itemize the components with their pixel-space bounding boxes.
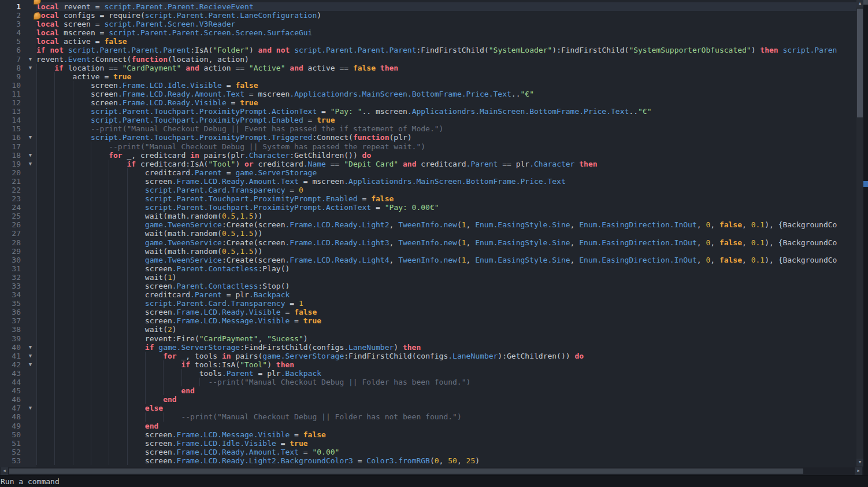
line-number: 35 [0,299,24,308]
code-line[interactable]: 10screen.Frame.LCD.Idle.Visible = false [0,81,856,90]
code-line[interactable]: 34creditcard.Parent = plr.Backpack [0,290,856,299]
fold-spacer [24,273,36,282]
code-line[interactable]: 38wait(2) [0,325,856,334]
scroll-up-arrow-icon[interactable]: ▲ [856,0,863,8]
scroll-down-arrow-icon[interactable]: ▼ [856,459,863,466]
code-line[interactable]: 39revent:Fire("CardPayment", "Sucess") [0,334,856,343]
fold-chevron-down-icon[interactable]: ▼ [24,352,36,360]
code-line[interactable]: 9active = true [0,72,856,81]
horizontal-scrollbar[interactable]: ◀ ▶ [0,467,863,475]
code-line[interactable]: 35script.Parent.Card.Transparency = 1 [0,299,856,308]
code-line[interactable]: 21screen.Frame.LCD.Ready.Amount.Text = m… [0,177,856,186]
code-line[interactable]: 15--print("Manual Checkout Debug || Even… [0,124,856,133]
code-line[interactable]: 14script.Parent.Touchpart.ProximityPromp… [0,116,856,124]
code-line[interactable]: 24script.Parent.Touchpart.ProximityPromp… [0,203,856,212]
scroll-right-arrow-icon[interactable]: ▶ [855,467,862,475]
code-line[interactable]: 16▼script.Parent.Touchpart.ProximityProm… [0,133,856,142]
code-line[interactable]: 22script.Parent.Card.Transparency = 0 [0,186,856,194]
code-text: revent:Fire("CardPayment", "Sucess") [36,334,856,343]
code-line[interactable]: 13script.Parent.Touchpart.ProximityPromp… [0,107,856,116]
code-line[interactable]: 29wait(math.random(0.5,1.5)) [0,247,856,256]
code-text: screen.Frame.LCD.Message.Visible = false [36,430,856,439]
code-line[interactable]: 36screen.Frame.LCD.Ready.Visible = false [0,308,856,316]
line-number: 47 [0,404,24,412]
command-bar[interactable]: Run a command [0,475,868,487]
code-line[interactable]: 41▼for _, tools in pairs(game.ServerStor… [0,352,856,360]
fold-chevron-down-icon[interactable]: ▼ [24,343,36,352]
fold-chevron-down-icon[interactable]: ▼ [24,360,36,369]
code-line[interactable]: 23script.Parent.Touchpart.ProximityPromp… [0,194,856,203]
code-line[interactable]: 27wait(math.random(0.5,1.5)) [0,229,856,238]
code-text: wait(1) [36,273,856,282]
bookmark-pin-icon[interactable] [34,12,41,20]
code-line[interactable]: 28game.TweenService:Create(screen.Frame.… [0,238,856,247]
code-line[interactable]: 2local configs = require(script.Parent.P… [0,11,856,20]
code-text: active = true [36,72,856,81]
indent-guides [36,107,91,116]
code-line[interactable]: 18▼for _, creditcard in pairs(plr.Charac… [0,151,856,160]
code-line[interactable]: 3local screen = script.Parent.Screen.V3R… [0,20,856,28]
code-line[interactable]: 5local active = false [0,37,856,46]
line-number: 43 [0,369,24,378]
code-editor[interactable]: 1local revent = script.Parent.Parent.Rec… [0,0,856,467]
code-text: script.Parent.Touchpart.ProximityPrompt.… [36,194,856,203]
fold-spacer [24,98,36,107]
indent-guides [36,220,145,229]
vertical-scrollbar-thumb[interactable] [857,9,863,117]
code-line[interactable]: 6if not script.Parent.Parent.Parent:IsA(… [0,46,856,54]
code-text: end [36,386,856,395]
code-line[interactable]: 44--print("Manual Checkout Debug || Fold… [0,378,856,386]
code-line[interactable]: 26game.TweenService:Create(screen.Frame.… [0,220,856,229]
fold-chevron-down-icon[interactable]: ▼ [24,404,36,412]
code-line[interactable]: 30game.TweenService:Create(screen.Frame.… [0,256,856,264]
line-number: 41 [0,352,24,360]
code-line[interactable]: 48--print("Manual Checkout Debug || Fold… [0,412,856,421]
vertical-scrollbar[interactable] [856,0,863,467]
code-line[interactable]: 50screen.Frame.LCD.Message.Visible = fal… [0,430,856,439]
code-line[interactable]: 42▼if tools:IsA("Tool") then [0,360,856,369]
code-line[interactable]: 49end [0,422,856,430]
code-line[interactable]: 4local mscreen = script.Parent.Parent.Sc… [0,28,856,37]
code-text: screen.Frame.LCD.Message.Visible = true [36,316,856,325]
indent-guides [36,116,91,124]
code-line[interactable]: 47▼else [0,404,856,412]
code-line[interactable]: 32wait(1) [0,273,856,282]
code-line[interactable]: 53screen.Frame.LCD.Ready.Light2.Backgrou… [0,456,856,465]
code-text: wait(2) [36,325,856,334]
code-line[interactable]: 45end [0,386,856,395]
code-line[interactable]: 31screen.Parent.Contactless:Play() [0,264,856,273]
fold-spacer [24,72,36,81]
code-line[interactable]: 12screen.Frame.LCD.Ready.Visible = true [0,98,856,107]
code-text: else [36,404,856,412]
code-line[interactable]: 20creditcard.Parent = game.ServerStorage [0,168,856,177]
code-line[interactable]: 1local revent = script.Parent.Parent.Rec… [0,2,856,11]
command-bar-input[interactable]: Run a command [1,477,60,486]
code-line[interactable]: 33screen.Parent.Contactless:Stop() [0,282,856,290]
horizontal-scrollbar-thumb[interactable] [9,468,803,474]
code-line[interactable]: 52screen.Frame.LCD.Ready.Amount.Text = "… [0,448,856,456]
code-line[interactable]: 19▼if creditcard:IsA("Tool") or creditca… [0,160,856,168]
code-line[interactable]: 40▼if game.ServerStorage:FindFirstChild(… [0,343,856,352]
fold-chevron-down-icon[interactable]: ▼ [24,133,36,142]
line-number: 36 [0,308,24,316]
code-line[interactable]: 46end [0,395,856,404]
code-line[interactable]: 37screen.Frame.LCD.Message.Visible = tru… [0,316,856,325]
code-text: script.Parent.Touchpart.ProximityPrompt.… [36,116,856,124]
code-text: creditcard.Parent = plr.Backpack [36,290,856,299]
code-line[interactable]: 8▼if location == "CardPayment" and actio… [0,64,856,72]
fold-chevron-down-icon[interactable]: ▼ [24,160,36,168]
fold-chevron-down-icon[interactable]: ▼ [24,64,36,72]
line-number: 33 [0,282,24,290]
fold-chevron-down-icon[interactable]: ▼ [24,55,36,64]
fold-chevron-down-icon[interactable]: ▼ [24,151,36,160]
code-line[interactable]: 51screen.Frame.LCD.Idle.Visible = true [0,439,856,448]
code-line[interactable]: 17--print("Manual Checkout Debug || Syst… [0,142,856,151]
code-line[interactable]: 11screen.Frame.LCD.Ready.Amount.Text = m… [0,90,856,98]
indent-guides [36,186,145,194]
code-line[interactable]: 7▼revent.Event:Connect(function(location… [0,55,856,64]
scroll-left-arrow-icon[interactable]: ◀ [1,467,8,475]
code-line[interactable]: 25wait(math.random(0.5,1.5)) [0,212,856,220]
indent-guides [36,247,145,256]
code-line[interactable]: 43tools.Parent = plr.Backpack [0,369,856,378]
code-text: if creditcard:IsA("Tool") or creditcard.… [36,160,856,168]
